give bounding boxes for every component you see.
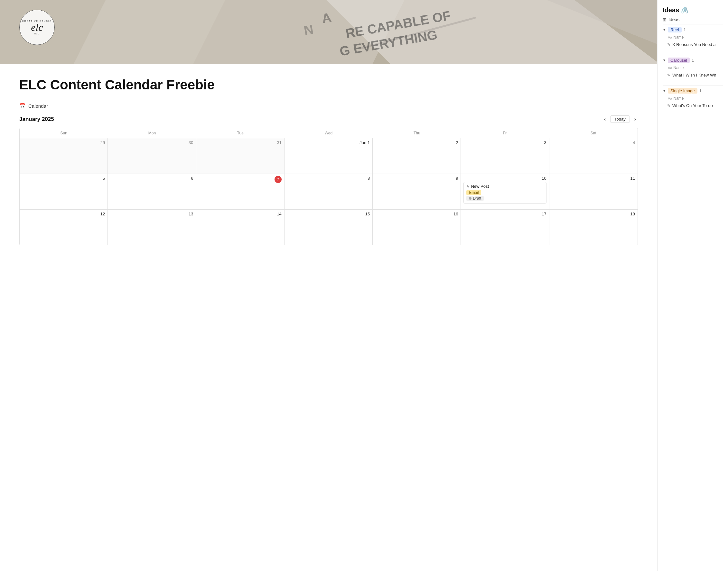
- group-carousel-name-row: Aa Name: [663, 65, 723, 72]
- cal-cell-11[interactable]: 11: [549, 174, 638, 209]
- cal-cell-7-today[interactable]: 7: [196, 174, 284, 209]
- logo: CREATIVE STUDIO elc INC: [19, 10, 55, 45]
- sidebar-title-emoji: 🖇️: [681, 7, 688, 14]
- group-single-image: ▼ Single Image 1 Aa Name ✎ What's On You…: [663, 88, 723, 109]
- day-name-tue: Tue: [196, 128, 284, 138]
- collapse-arrow-carousel: ▼: [663, 59, 666, 62]
- day-name-mon: Mon: [108, 128, 196, 138]
- group-carousel-item[interactable]: ✎ What I Wish I Knew Wh: [663, 72, 723, 79]
- day-number: 12: [22, 212, 105, 216]
- cal-cell-14[interactable]: 14: [196, 210, 284, 245]
- day-number: 13: [110, 212, 193, 216]
- name-aa-label-carousel: Aa: [668, 66, 672, 70]
- day-number: 6: [110, 176, 193, 181]
- ideas-db-row[interactable]: ⊞ Ideas: [663, 15, 723, 24]
- cal-cell-16[interactable]: 16: [373, 210, 461, 245]
- calendar-nav: January 2025 ‹ Today ›: [19, 115, 638, 123]
- group-count-carousel: 1: [692, 58, 694, 63]
- day-number: 9: [375, 176, 458, 181]
- cal-cell-jan1[interactable]: Jan 1: [284, 138, 373, 174]
- tag-draft: Draft: [466, 196, 484, 201]
- calendar-label: Calendar: [28, 103, 48, 109]
- cal-cell-4[interactable]: 4: [549, 138, 638, 174]
- cal-cell-18[interactable]: 18: [549, 210, 638, 245]
- group-tag-reel: Reel: [668, 27, 681, 32]
- event-title: ✎ New Post: [466, 184, 543, 189]
- tag-email: Email: [466, 190, 481, 195]
- day-number: 7: [199, 176, 282, 183]
- name-label-single: Name: [673, 96, 684, 101]
- sidebar-title: Ideas 🖇️: [663, 6, 723, 14]
- cal-cell-5[interactable]: 5: [20, 174, 108, 209]
- hero-banner: RE CAPABLE OF G EVERYTHING A N CREATIVE …: [0, 0, 657, 64]
- name-aa-label-single: Aa: [668, 97, 672, 100]
- sidebar-title-text: Ideas: [663, 6, 679, 14]
- calendar-grid: Sun Mon Tue Wed Thu Fri Sat 29 30 31 Jan…: [19, 128, 638, 245]
- cal-cell-2[interactable]: 2: [373, 138, 461, 174]
- day-number: 11: [552, 176, 635, 181]
- today-button[interactable]: Today: [610, 115, 630, 123]
- day-number: 15: [287, 212, 370, 216]
- item-edit-icon-reel: ✎: [667, 42, 670, 47]
- calendar-week-3: 12 13 14 15 16 17 18: [20, 210, 638, 245]
- day-number: 8: [287, 176, 370, 181]
- day-number: Jan 1: [287, 140, 370, 145]
- group-carousel-header[interactable]: ▼ Carousel 1: [663, 58, 723, 63]
- name-label-reel: Name: [673, 35, 684, 39]
- jan1-label: Jan 1: [360, 140, 370, 145]
- day-name-thu: Thu: [373, 128, 461, 138]
- prev-month-button[interactable]: ‹: [602, 116, 608, 123]
- page-title: ELC Content Calendar Freebie: [19, 77, 638, 93]
- item-edit-icon-carousel: ✎: [667, 73, 670, 78]
- cal-cell-17[interactable]: 17: [461, 210, 549, 245]
- group-single-header[interactable]: ▼ Single Image 1: [663, 88, 723, 94]
- calendar-week-2: 5 6 7 8 9 10 ✎ New Post: [20, 174, 638, 210]
- day-number: 18: [552, 212, 635, 216]
- day-number: 17: [463, 212, 546, 216]
- cal-cell-31[interactable]: 31: [196, 138, 284, 174]
- calendar-header: 📅 Calendar: [19, 103, 638, 109]
- name-aa-label: Aa: [668, 35, 672, 39]
- group-count-reel: 1: [684, 27, 686, 32]
- cal-cell-15[interactable]: 15: [284, 210, 373, 245]
- draft-dot: [469, 197, 471, 200]
- cal-cell-13[interactable]: 13: [108, 210, 196, 245]
- day-number: 16: [375, 212, 458, 216]
- edit-icon: ✎: [466, 184, 470, 189]
- day-name-sun: Sun: [20, 128, 108, 138]
- day-number: 31: [199, 140, 282, 145]
- cal-cell-8[interactable]: 8: [284, 174, 373, 209]
- group-reel: ▼ Reel 1 Aa Name ✎ X Reasons You Need a: [663, 27, 723, 48]
- calendar-event[interactable]: ✎ New Post Email Draft: [463, 182, 546, 204]
- collapse-arrow-single: ▼: [663, 89, 666, 93]
- cal-cell-3[interactable]: 3: [461, 138, 549, 174]
- cal-cell-12[interactable]: 12: [20, 210, 108, 245]
- group-reel-item[interactable]: ✎ X Reasons You Need a: [663, 41, 723, 48]
- table-icon: ⊞: [663, 17, 666, 22]
- logo-main-text: elc: [22, 22, 52, 32]
- calendar-week-1: 29 30 31 Jan 1 2 3 4: [20, 138, 638, 174]
- cal-cell-6[interactable]: 6: [108, 174, 196, 209]
- group-reel-header[interactable]: ▼ Reel 1: [663, 27, 723, 32]
- calendar-weeks: 29 30 31 Jan 1 2 3 4 5 6 7: [20, 138, 638, 245]
- day-number: 4: [552, 140, 635, 145]
- cal-cell-29[interactable]: 29: [20, 138, 108, 174]
- day-number: 14: [199, 212, 282, 216]
- group-single-item[interactable]: ✎ What's On Your To-do: [663, 102, 723, 109]
- cal-cell-10[interactable]: 10 ✎ New Post Email Dra: [461, 174, 549, 209]
- day-name-wed: Wed: [284, 128, 373, 138]
- next-month-button[interactable]: ›: [632, 116, 638, 123]
- day-number: 10: [463, 176, 546, 181]
- ideas-db-label: Ideas: [668, 17, 679, 22]
- day-number: 29: [22, 140, 105, 145]
- divider-1: [663, 54, 723, 55]
- group-carousel: ▼ Carousel 1 Aa Name ✎ What I Wish I Kne…: [663, 58, 723, 79]
- group-count-single: 1: [699, 88, 702, 93]
- name-label-carousel: Name: [673, 66, 684, 70]
- item-text-single: What's On Your To-do: [672, 103, 713, 108]
- cal-cell-30[interactable]: 30: [108, 138, 196, 174]
- day-number: 2: [375, 140, 458, 145]
- cal-cell-9[interactable]: 9: [373, 174, 461, 209]
- event-name: New Post: [471, 184, 489, 189]
- day-number: 5: [22, 176, 105, 181]
